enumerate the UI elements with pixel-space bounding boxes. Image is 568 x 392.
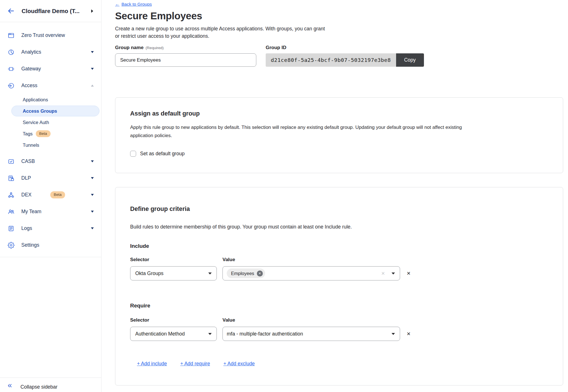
- chevron-down-icon: [91, 211, 94, 213]
- sidebar-item-label: Zero Trust overview: [21, 32, 94, 38]
- page-description-line: or restrict user access to your applicat…: [115, 32, 568, 40]
- sidebar-item-dex[interactable]: DEX Beta: [0, 186, 101, 203]
- collapse-sidebar-label: Collapse sidebar: [20, 382, 57, 390]
- remove-tag-icon[interactable]: ✕: [257, 271, 263, 276]
- gateway-icon: [8, 66, 14, 72]
- page-description: Create a new rule group to use across mu…: [115, 25, 568, 40]
- sidebar-item-tags[interactable]: Tags Beta: [0, 128, 101, 139]
- required-hint: (Required): [145, 46, 164, 50]
- chevron-down-icon: [392, 333, 395, 335]
- chevron-down-icon: [392, 272, 395, 274]
- set-default-group-row: Set as default group: [130, 151, 548, 157]
- sidebar-item-label: Access: [21, 83, 91, 89]
- selector-label: Selector: [130, 317, 217, 323]
- assign-default-group-card: Assign as default group Apply this rule …: [115, 97, 563, 173]
- people-icon: [8, 208, 14, 215]
- access-icon: [8, 82, 14, 89]
- sidebar-item-my-team[interactable]: My Team: [0, 203, 101, 220]
- sidebar-item-label: My Team: [21, 209, 91, 215]
- group-id-field: Group ID d21ce80f-5a25-4bcf-9b07-5032197…: [266, 45, 424, 67]
- pie-chart-icon: [8, 49, 14, 56]
- collapse-chevrons-icon: «: [8, 382, 12, 389]
- account-expand-icon[interactable]: [91, 9, 93, 13]
- selector-label: Selector: [130, 257, 217, 263]
- sidebar-item-dlp[interactable]: DLP: [0, 170, 101, 186]
- sidebar-item-label: Tags: [23, 131, 33, 137]
- sidebar-item-casb[interactable]: CASB: [0, 153, 101, 170]
- page-title: Secure Employees: [115, 10, 568, 22]
- sidebar-item-label: Settings: [21, 242, 94, 248]
- back-to-groups-link[interactable]: ← Back to Groups: [115, 2, 152, 7]
- sidebar-item-service-auth[interactable]: Service Auth: [0, 117, 101, 128]
- window-icon: [8, 32, 14, 39]
- chevron-down-icon: [91, 51, 94, 53]
- remove-include-rule-button[interactable]: ✕: [407, 271, 411, 276]
- require-selector-value: Authentication Method: [135, 331, 185, 337]
- logs-list-icon: [8, 225, 14, 232]
- group-name-label: Group name (Required): [115, 45, 256, 51]
- account-name: Cloudflare Demo (T...: [22, 8, 91, 14]
- sidebar-item-analytics[interactable]: Analytics: [0, 44, 101, 60]
- require-selector-dropdown[interactable]: Authentication Method: [130, 327, 217, 341]
- chevron-up-icon: [91, 85, 94, 87]
- require-rule-row: Authentication Method mfa - multiple-fac…: [130, 327, 548, 341]
- sidebar-item-tunnels[interactable]: Tunnels: [0, 139, 101, 151]
- group-id-label: Group ID: [266, 45, 424, 51]
- include-heading: Include: [130, 243, 548, 249]
- require-value-dropdown[interactable]: mfa - multiple-factor authentication: [222, 327, 400, 341]
- back-arrow-glyph: ←: [115, 2, 120, 7]
- sidebar-item-access[interactable]: Access: [0, 77, 101, 94]
- document-lock-icon: [8, 175, 14, 182]
- include-rule-row: Okta Groups Employees ✕ ✕ ✕: [130, 266, 548, 280]
- back-arrow-icon[interactable]: [7, 7, 15, 15]
- value-tag: Employees ✕: [227, 269, 265, 278]
- group-id-value: d21ce80f-5a25-4bcf-9b07-5032197e3be8: [266, 53, 396, 67]
- group-id-row: d21ce80f-5a25-4bcf-9b07-5032197e3be8 Cop…: [266, 53, 424, 67]
- sidebar-item-label: CASB: [21, 158, 91, 164]
- sidebar-item-label: DEX: [21, 192, 47, 198]
- sidebar-item-zero-trust-overview[interactable]: Zero Trust overview: [0, 27, 101, 44]
- sidebar-item-access-groups[interactable]: Access Groups: [11, 106, 99, 116]
- define-group-criteria-card: Define group criteria Build rules to det…: [115, 187, 563, 385]
- sidebar-item-label: Gateway: [21, 66, 91, 72]
- require-value-text: mfa - multiple-factor authentication: [227, 331, 303, 337]
- sidebar-header: Cloudflare Demo (T...: [0, 0, 101, 22]
- value-label: Value: [222, 257, 235, 263]
- sidebar-item-label: Logs: [21, 225, 91, 231]
- include-value-multiselect[interactable]: Employees ✕ ✕: [222, 266, 400, 280]
- assign-default-group-description: Apply this rule group to new application…: [130, 123, 536, 140]
- require-heading: Require: [130, 303, 548, 309]
- sidebar-item-gateway[interactable]: Gateway: [0, 60, 101, 77]
- add-require-link[interactable]: + Add require: [180, 361, 210, 367]
- back-link-label: Back to Groups: [122, 2, 152, 7]
- define-group-criteria-description: Build rules to determine membership of t…: [130, 224, 548, 230]
- casb-icon: [8, 158, 14, 165]
- network-nodes-icon: [8, 192, 14, 198]
- gear-icon: [8, 242, 14, 249]
- include-selector-dropdown[interactable]: Okta Groups: [130, 266, 217, 280]
- add-exclude-link[interactable]: + Add exclude: [223, 361, 255, 367]
- access-sub-menu: Applications Access Groups Service Auth …: [0, 94, 101, 153]
- add-include-link[interactable]: + Add include: [137, 361, 167, 367]
- group-identity-row: Group name (Required) Group ID d21ce80f-…: [115, 45, 568, 67]
- chevron-down-icon: [91, 160, 94, 162]
- sidebar-item-label: Service Auth: [23, 120, 49, 125]
- require-labels-row: Selector Value: [130, 317, 548, 323]
- assign-default-group-title: Assign as default group: [130, 110, 548, 117]
- clear-value-icon[interactable]: ✕: [381, 271, 385, 276]
- collapse-sidebar-button[interactable]: « Collapse sidebar: [0, 378, 101, 392]
- sidebar-item-settings[interactable]: Settings: [0, 237, 101, 253]
- copy-button[interactable]: Copy: [396, 53, 424, 67]
- set-default-group-checkbox[interactable]: [130, 151, 136, 157]
- sidebar-nav: Zero Trust overview Analytics Gateway Ac…: [0, 22, 101, 257]
- group-name-input[interactable]: [115, 53, 256, 67]
- chevron-down-icon: [91, 68, 94, 70]
- sidebar-item-applications[interactable]: Applications: [0, 94, 101, 105]
- chevron-down-icon: [91, 194, 94, 196]
- remove-require-rule-button[interactable]: ✕: [407, 331, 411, 337]
- assign-default-description-line: application policies.: [130, 131, 536, 140]
- chevron-down-icon: [91, 177, 94, 179]
- sidebar-item-label: DLP: [21, 175, 91, 181]
- sidebar-item-logs[interactable]: Logs: [0, 220, 101, 237]
- sidebar-item-label: Analytics: [21, 49, 91, 55]
